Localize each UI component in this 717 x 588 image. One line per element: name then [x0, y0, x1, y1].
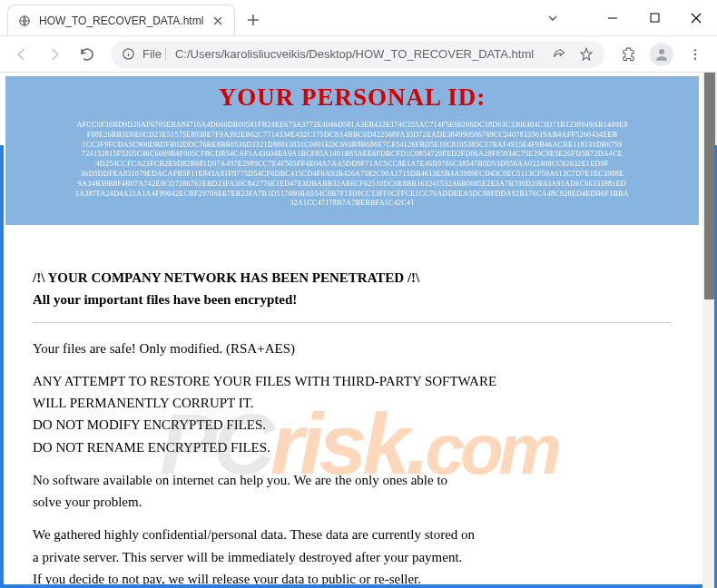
warning-text: ANY ATTEMPT TO RESTORE YOUR FILES WITH T…	[33, 372, 670, 390]
toolbar: File C:/Users/karolisliucveikis/Desktop/…	[0, 36, 717, 73]
pid-line: 32A1CC47178B7A7BEBBFA1C42C41	[15, 199, 690, 209]
reload-button[interactable]	[73, 40, 102, 69]
divider	[33, 322, 670, 323]
pid-line: 1CC3F9FCDA5C900DBDFB02DDC76BE8BB0536D332…	[15, 141, 690, 151]
pid-line: 9A34B39B8F4B07A742E0CD7286761EBD23FA30C8…	[15, 180, 690, 190]
banner-heading: YOUR PERSONAL ID:	[15, 83, 690, 112]
tab-search-button[interactable]	[532, 0, 574, 36]
tabs-area: HOW_TO_RECOVER_DATA.html	[0, 0, 532, 35]
file-icon	[17, 14, 32, 28]
ransom-note-body: /!\ YOUR COMPANY NETWORK HAS BEEN PENETR…	[0, 225, 702, 588]
address-bar[interactable]: File C:/Users/karolisliucveikis/Desktop/…	[111, 41, 604, 68]
file-scheme-label: File	[142, 47, 166, 61]
warn-heading-1: /!\ YOUR COMPANY NETWORK HAS BEEN PENETR…	[33, 269, 670, 287]
warning-text: WILL PERMANENTLY CORRUPT IT.	[33, 394, 670, 412]
titlebar: HOW_TO_RECOVER_DATA.html	[0, 0, 717, 36]
svg-point-5	[694, 53, 696, 54]
tab-close-button[interactable]	[211, 14, 225, 28]
bookmark-icon[interactable]	[579, 47, 594, 62]
window-border-bottom	[0, 584, 702, 588]
svg-rect-1	[651, 14, 659, 22]
pid-line: F88E26BB3D0E0CD21E51575E8938E7F9A392EB62…	[15, 131, 690, 141]
url-text: C:/Users/karolisliucveikis/Desktop/HOW_T…	[175, 47, 545, 61]
pid-line: 1A387FA24D4A21A1A4F99042ECBF29706EE7EB23…	[15, 190, 690, 200]
no-software-text: solve your problem.	[33, 493, 670, 511]
profile-avatar[interactable]	[650, 43, 673, 66]
warning-text: DO NOT RENAME ENCRYPTED FILES.	[33, 438, 670, 456]
info-icon	[122, 47, 135, 61]
svg-point-6	[694, 57, 696, 59]
forward-button[interactable]	[40, 40, 69, 69]
browser-tab[interactable]: HOW_TO_RECOVER_DATA.html	[7, 5, 235, 35]
window-border-left	[0, 145, 4, 588]
svg-point-3	[659, 49, 664, 54]
page-content: YOUR PERSONAL ID: AFCC6F26BD9D20AF6705EB…	[0, 76, 702, 588]
window-controls	[532, 0, 717, 35]
minimize-button[interactable]	[592, 0, 634, 36]
window-close-button[interactable]	[675, 0, 717, 36]
files-safe-text: Your files are safe! Only modified. (RSA…	[33, 339, 670, 358]
warning-text: DO NOT MODIFY ENCRYPTED FILES.	[33, 416, 670, 434]
maximize-button[interactable]	[634, 0, 675, 36]
extensions-button[interactable]	[614, 40, 643, 69]
personal-id-block: AFCC6F26BD9D20AF6705EBA84716A4D666DB0058…	[15, 121, 690, 209]
pid-line: AFCC6F26BD9D20AF6705EBA84716A4D666DB0058…	[15, 121, 690, 131]
pid-line: 4D254CCFCA23FCB2E9D82B681D97A497E2989CC7…	[15, 160, 690, 170]
personal-id-banner: YOUR PERSONAL ID: AFCC6F26BD9D20AF6705EB…	[5, 76, 699, 225]
new-tab-button[interactable]	[241, 7, 266, 33]
pid-line: 724132815F5205C46C6669B4F905CFBCDB54CAF1…	[15, 150, 690, 160]
share-icon[interactable]	[552, 47, 566, 62]
pid-line: 36D5DDFEA831079EDACAFB5F11E843A81F9775D5…	[15, 170, 690, 180]
svg-point-4	[694, 49, 696, 51]
no-software-text: No software available on internet can he…	[33, 471, 670, 489]
tab-title: HOW_TO_RECOVER_DATA.html	[39, 15, 203, 27]
threat-text: a private server. This server will be im…	[33, 548, 670, 566]
warn-heading-2: All your important files have been encry…	[33, 290, 670, 309]
page-viewport: YOUR PERSONAL ID: AFCC6F26BD9D20AF6705EB…	[0, 73, 717, 588]
menu-button[interactable]	[681, 40, 710, 69]
back-button[interactable]	[7, 40, 36, 69]
threat-text: We gathered highly confidential/personal…	[33, 525, 670, 544]
